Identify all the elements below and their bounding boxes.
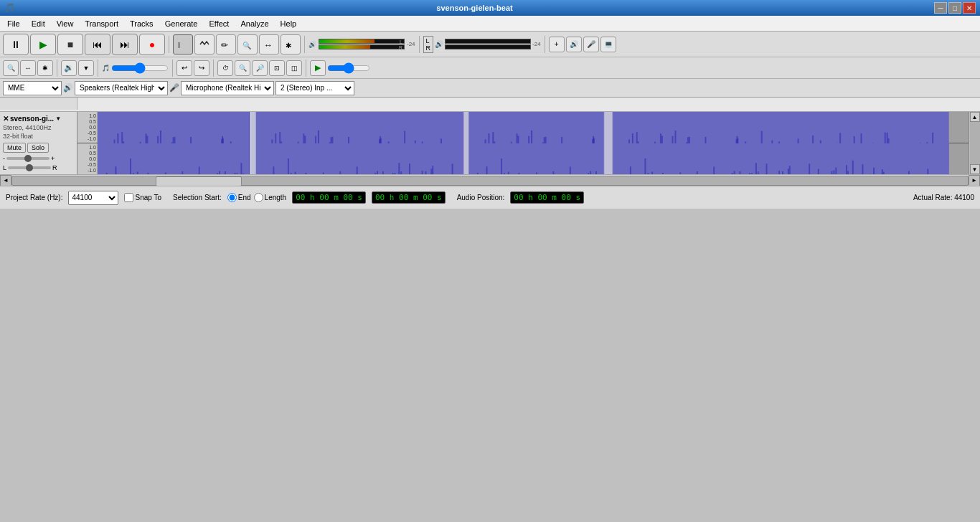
stop-button[interactable]: ■: [57, 34, 83, 55]
selection-start-label: Selection Start:: [173, 194, 222, 201]
playback-speed-slider[interactable]: [111, 62, 169, 74]
selection-mode-group: End Length: [227, 193, 286, 202]
api-select[interactable]: MME DirectSound WASAPI: [3, 81, 62, 95]
track-buttons: Mute Solo: [3, 143, 74, 153]
pan-l-label: L: [3, 164, 6, 171]
time-display-button[interactable]: ⏱: [217, 60, 233, 76]
draw-tool-button[interactable]: ✏: [216, 34, 236, 54]
separator2: [304, 36, 305, 53]
vol-slider-area[interactable]: ▼: [78, 60, 94, 76]
computer-icon: 💻: [600, 37, 616, 52]
skip-start-button[interactable]: ⏮: [85, 34, 110, 55]
zoom-fit-button[interactable]: ⊡: [269, 60, 285, 76]
track-label-panel: ✕ svenson-gi... ▼ Stereo, 44100Hz 32-bit…: [0, 112, 77, 174]
selection-tool-button[interactable]: I: [173, 34, 193, 54]
skip-end-button[interactable]: ⏭: [112, 34, 138, 55]
mute-button[interactable]: Mute: [3, 143, 26, 153]
scroll-down-arrow[interactable]: ▼: [970, 164, 980, 174]
fit-vert-button[interactable]: ✱: [37, 60, 53, 76]
undo-button[interactable]: ↩: [176, 60, 192, 76]
sep8: [213, 60, 214, 77]
play-button[interactable]: ▶: [30, 34, 56, 55]
menu-tracks[interactable]: Tracks: [124, 18, 159, 29]
gain-slider[interactable]: [6, 157, 50, 160]
timeshift-tool-button[interactable]: ↔: [259, 34, 279, 54]
time-start-display: 00 h 00 m 00 s: [292, 191, 366, 204]
pause-button[interactable]: ⏸: [3, 34, 29, 55]
waveform-bottom-canvas: [98, 143, 969, 174]
tracks-container: ✕ svenson-gi... ▼ Stereo, 44100Hz 32-bit…: [0, 112, 980, 174]
play-at-speed-button[interactable]: ▶: [310, 60, 326, 76]
track-info-hz: Stereo, 44100Hz: [3, 124, 74, 131]
svg-text:✱: ✱: [286, 42, 291, 49]
project-rate-label: Project Rate (Hz):: [6, 194, 62, 201]
fit-horiz-button[interactable]: ↔: [20, 60, 36, 76]
ruler-spacer: [0, 98, 77, 110]
menu-generate[interactable]: Generate: [159, 18, 204, 29]
length-radio[interactable]: [254, 193, 263, 202]
playback-speed-area: 🎵: [102, 62, 169, 74]
output-level-meter: L R: [319, 39, 405, 49]
horizontal-scrollbar[interactable]: ◄ ►: [0, 174, 980, 186]
y-label-05-bot: 0.5: [78, 151, 96, 156]
scroll-track-vert: [970, 122, 980, 164]
time-end-display: 00 h 00 m 00 s: [372, 191, 446, 204]
scroll-track-horiz[interactable]: [11, 176, 969, 186]
menu-edit[interactable]: Edit: [26, 18, 51, 29]
zoom-normal-button[interactable]: 🔍: [235, 60, 250, 76]
gain-minus-label: -: [3, 155, 5, 162]
zoom-sel2-button[interactable]: ◫: [286, 60, 302, 76]
vol-down-button[interactable]: 🔉: [61, 60, 77, 76]
speaker-device-icon: 🔊: [63, 83, 73, 92]
zoom-out2-button[interactable]: 🔎: [252, 60, 268, 76]
speed-label: 🎵: [102, 65, 110, 72]
end-radio[interactable]: [227, 193, 237, 202]
separator1: [169, 36, 169, 53]
scroll-thumb-horiz[interactable]: [156, 176, 242, 186]
envelope-tool-button[interactable]: [194, 34, 215, 54]
lr-indicator: L R: [423, 36, 434, 53]
zoom-out-tool-button[interactable]: 🔍: [237, 34, 258, 54]
mic-device-icon: 🎤: [169, 83, 179, 92]
menu-file[interactable]: File: [1, 18, 26, 29]
track-close-button[interactable]: ✕: [3, 115, 9, 123]
menu-effect[interactable]: Effect: [204, 18, 235, 29]
scroll-left-arrow[interactable]: ◄: [0, 175, 11, 186]
zoom-sel-in-button[interactable]: 🔍: [3, 60, 19, 76]
record-device-select[interactable]: Microphone (Realtek Hi...: [181, 81, 274, 95]
minimize-button[interactable]: ─: [934, 2, 947, 14]
redo-button[interactable]: ↪: [194, 60, 209, 76]
solo-button[interactable]: Solo: [27, 143, 49, 153]
y-label-1-bot: 1.0: [78, 145, 96, 150]
menu-transport[interactable]: Transport: [79, 18, 124, 29]
separator3: [419, 36, 420, 53]
waveform-bottom-channel: 1.0 0.5 0.0 -0.5 -1.0: [77, 143, 969, 174]
scroll-up-arrow[interactable]: ▲: [970, 112, 980, 122]
multi-tool-button[interactable]: ✱: [281, 34, 301, 54]
y-label-n1-top: -1.0: [78, 136, 96, 141]
timeline-ruler: -3.0-2.0-1.001.02.03.04.05.06.07.08.09.0…: [0, 98, 980, 112]
toolbar-row2: 🔍 ↔ ✱ 🔉 ▼ 🎵 ↩ ↪ ⏱ 🔍 🔎 ⊡ ◫ ▶: [0, 57, 980, 79]
meter-scale: -24: [407, 41, 415, 47]
pan-r-label: R: [52, 164, 57, 171]
menu-help[interactable]: Help: [275, 18, 303, 29]
menu-analyze[interactable]: Analyze: [235, 18, 274, 29]
playback-device-select[interactable]: Speakers (Realtek High ...: [75, 81, 168, 95]
sep5: [57, 60, 57, 77]
mic-icon: 🎤: [583, 37, 599, 52]
menu-view[interactable]: View: [51, 18, 80, 29]
channels-select[interactable]: 2 (Stereo) Inp ...: [275, 81, 354, 95]
maximize-button[interactable]: □: [948, 2, 961, 14]
pan-slider[interactable]: [8, 166, 51, 169]
project-rate-select[interactable]: 44100 48000 96000: [68, 191, 118, 205]
record-button[interactable]: ●: [139, 34, 165, 55]
y-label-0-top: 0.0: [78, 125, 96, 130]
snap-to-checkbox[interactable]: [124, 193, 133, 202]
y-axis-bottom: 1.0 0.5 0.0 -0.5 -1.0: [77, 143, 98, 174]
scroll-right-arrow[interactable]: ►: [969, 175, 980, 186]
track-menu-icon[interactable]: ▼: [55, 115, 61, 122]
speed-slider[interactable]: [327, 62, 370, 74]
vertical-scrollbar[interactable]: ▲ ▼: [969, 112, 980, 174]
close-button[interactable]: ✕: [963, 2, 976, 14]
zoom-in-button[interactable]: +: [549, 37, 565, 52]
